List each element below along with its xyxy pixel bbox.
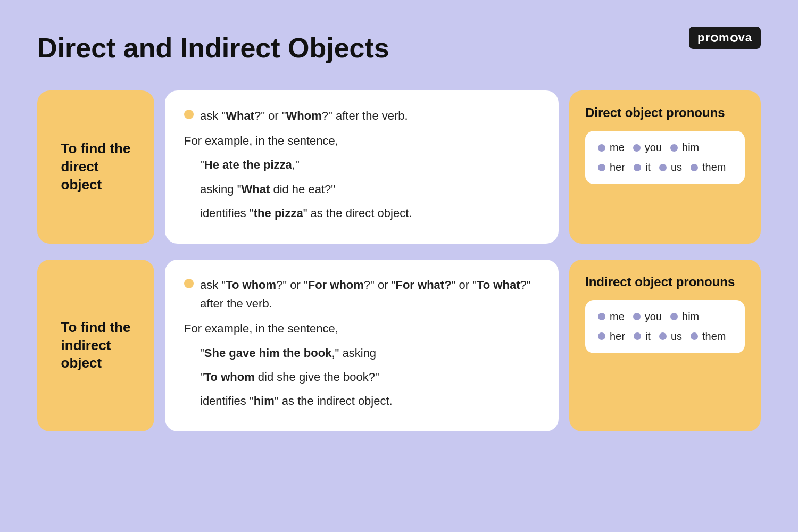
indirect-pronouns-row2: her it us them bbox=[598, 330, 732, 343]
direct-line-2: "He ate the pizza," bbox=[200, 155, 539, 174]
pronoun-you-label: you bbox=[645, 142, 662, 154]
pronoun-us2-label: us bbox=[671, 330, 682, 343]
pronoun-it-1: it bbox=[634, 161, 651, 173]
indirect-pronouns-title: Indirect object pronouns bbox=[585, 275, 745, 289]
indirect-bullet-item: ask "To whom?" or "For whom?" or "For wh… bbox=[184, 276, 539, 313]
pronoun-dot-me2-icon bbox=[598, 313, 605, 320]
pronoun-dot-them-icon bbox=[691, 164, 698, 171]
direct-pronouns-title: Direct object pronouns bbox=[585, 105, 745, 120]
brand-badge: prmva bbox=[689, 27, 761, 49]
pronoun-me2-label: me bbox=[610, 311, 625, 323]
pronoun-dot-her-icon bbox=[598, 164, 605, 171]
indirect-label-card: To find theindirectobject bbox=[37, 260, 154, 431]
pronoun-dot-us2-icon bbox=[659, 332, 667, 340]
direct-line-1: For example, in the sentence, bbox=[184, 131, 539, 150]
direct-bullet-item: ask "What?" or "Whom?" after the verb. bbox=[184, 106, 539, 125]
pronoun-him-label: him bbox=[682, 142, 699, 154]
indirect-content-card: ask "To whom?" or "For whom?" or "For wh… bbox=[165, 260, 559, 431]
pronoun-you-1: you bbox=[633, 142, 662, 154]
direct-bullet-text: ask "What?" or "Whom?" after the verb. bbox=[200, 106, 408, 125]
pronoun-dot-me-icon bbox=[598, 144, 605, 152]
pronoun-him2-label: him bbox=[682, 311, 699, 323]
pronoun-us-label: us bbox=[671, 161, 682, 173]
pronoun-them-label: them bbox=[702, 161, 726, 173]
direct-line-4: identifies "the pizza" as the direct obj… bbox=[200, 204, 539, 222]
pronoun-dot-you-icon bbox=[633, 144, 641, 152]
direct-content-card: ask "What?" or "Whom?" after the verb. F… bbox=[165, 90, 559, 244]
indirect-pronouns-list: me you him he bbox=[585, 300, 745, 353]
indirect-line-1: For example, in the sentence, bbox=[184, 319, 539, 338]
pronoun-him-2: him bbox=[670, 311, 699, 323]
pronoun-them2-label: them bbox=[702, 330, 726, 343]
pronoun-you2-label: you bbox=[645, 311, 662, 323]
pronoun-dot-them2-icon bbox=[691, 332, 698, 340]
direct-label-card: To find thedirectobject bbox=[37, 90, 154, 244]
indirect-bullet-text: ask "To whom?" or "For whom?" or "For wh… bbox=[200, 276, 539, 313]
direct-pronouns-row1: me you him bbox=[598, 142, 732, 154]
bullet-dot2-icon bbox=[184, 279, 194, 288]
indirect-label-text: To find theindirectobject bbox=[61, 319, 131, 372]
direct-label-text: To find thedirectobject bbox=[61, 140, 131, 194]
indirect-line-3: "To whom did she give the book?" bbox=[200, 368, 539, 386]
indirect-pronouns-row1: me you him bbox=[598, 311, 732, 323]
pronoun-her2-label: her bbox=[610, 330, 625, 343]
indirect-object-row: To find theindirectobject ask "To whom?"… bbox=[37, 260, 761, 431]
pronoun-dot-him-icon bbox=[670, 144, 678, 152]
pronoun-dot-us-icon bbox=[659, 164, 667, 171]
pronoun-her-1: her bbox=[598, 161, 625, 173]
bullet-dot-icon bbox=[184, 110, 194, 119]
pronoun-them-1: them bbox=[691, 161, 726, 173]
brand-o2-icon bbox=[730, 35, 738, 42]
pronoun-us-1: us bbox=[659, 161, 682, 173]
pronoun-me-1: me bbox=[598, 142, 625, 154]
indirect-line-4: identifies "him" as the indirect object. bbox=[200, 392, 539, 410]
pronoun-dot-her2-icon bbox=[598, 332, 605, 340]
page-title: Direct and Indirect Objects bbox=[37, 32, 761, 64]
pronoun-me-2: me bbox=[598, 311, 625, 323]
pronoun-dot-it2-icon bbox=[634, 332, 641, 340]
pronoun-dot-him2-icon bbox=[670, 313, 678, 320]
direct-pronouns-row2: her it us them bbox=[598, 161, 732, 173]
pronoun-him-1: him bbox=[670, 142, 699, 154]
pronoun-you-2: you bbox=[633, 311, 662, 323]
pronoun-me-label: me bbox=[610, 142, 625, 154]
direct-object-row: To find thedirectobject ask "What?" or "… bbox=[37, 90, 761, 244]
pronoun-it-2: it bbox=[634, 330, 651, 343]
pronoun-it-label: it bbox=[645, 161, 651, 173]
sections-container: To find thedirectobject ask "What?" or "… bbox=[37, 90, 761, 431]
direct-pronouns-card: Direct object pronouns me you bbox=[569, 90, 761, 244]
brand-o-icon bbox=[711, 35, 718, 42]
pronoun-them-2: them bbox=[691, 330, 726, 343]
direct-line-3: asking "What did he eat?" bbox=[200, 180, 539, 198]
direct-pronouns-list: me you him he bbox=[585, 131, 745, 184]
pronoun-us-2: us bbox=[659, 330, 682, 343]
pronoun-dot-you2-icon bbox=[633, 313, 641, 320]
indirect-pronouns-card: Indirect object pronouns me you bbox=[569, 260, 761, 431]
pronoun-her-2: her bbox=[598, 330, 625, 343]
pronoun-it2-label: it bbox=[645, 330, 651, 343]
pronoun-her-label: her bbox=[610, 161, 625, 173]
pronoun-dot-it-icon bbox=[634, 164, 641, 171]
indirect-line-2: "She gave him the book," asking bbox=[200, 344, 539, 362]
